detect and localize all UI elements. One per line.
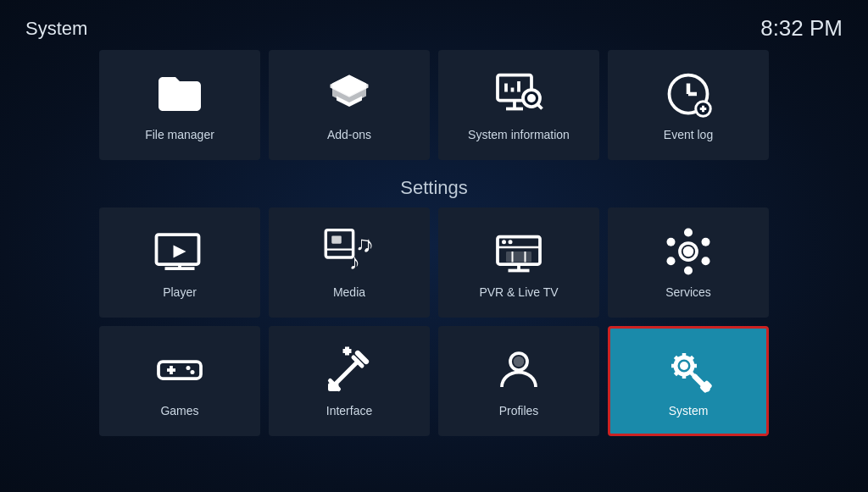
svg-line-8 — [538, 105, 542, 109]
tile-services[interactable]: Services — [608, 207, 769, 318]
svg-point-41 — [667, 257, 676, 265]
mid-tiles-row: Player ♫ ♪ ♪ Media — [25, 207, 843, 318]
profiles-icon — [493, 345, 544, 395]
tile-add-ons[interactable]: Add-ons — [269, 50, 430, 160]
interface-icon — [324, 345, 375, 395]
svg-rect-21 — [331, 236, 342, 244]
svg-rect-32 — [506, 252, 531, 263]
tile-file-manager-label: File manager — [145, 128, 214, 141]
tile-system-information[interactable]: System information — [438, 50, 599, 160]
media-icon: ♫ ♪ ♪ — [324, 226, 375, 277]
svg-point-39 — [667, 238, 676, 246]
svg-point-7 — [527, 94, 536, 102]
addons-icon — [324, 69, 375, 119]
svg-line-64 — [675, 372, 678, 375]
tile-media[interactable]: ♫ ♪ ♪ Media — [269, 207, 430, 318]
page-title: System — [25, 18, 87, 40]
svg-point-37 — [684, 267, 693, 275]
svg-line-63 — [690, 357, 693, 360]
svg-text:♪: ♪ — [349, 250, 360, 274]
tile-event-log-label: Event log — [664, 128, 713, 141]
tile-add-ons-label: Add-ons — [327, 128, 371, 141]
svg-marker-17 — [174, 246, 186, 258]
tile-interface-label: Interface — [326, 404, 372, 417]
svg-point-45 — [186, 366, 191, 370]
tile-file-manager[interactable]: File manager — [99, 50, 260, 160]
svg-point-38 — [702, 238, 710, 246]
svg-point-42 — [683, 246, 694, 257]
svg-point-55 — [514, 357, 525, 368]
svg-point-28 — [502, 240, 506, 244]
games-icon — [154, 345, 205, 395]
tile-pvr-label: PVR & Live TV — [479, 285, 558, 299]
tile-system-label: System — [669, 404, 709, 417]
tile-services-label: Services — [665, 285, 711, 299]
svg-line-62 — [690, 372, 693, 375]
settings-section-label: Settings — [25, 177, 843, 199]
svg-point-65 — [680, 362, 688, 370]
tile-games-label: Games — [160, 404, 198, 417]
clock: 8:32 PM — [760, 15, 843, 41]
tile-system[interactable]: System — [608, 326, 769, 436]
services-icon — [663, 226, 714, 277]
tile-player[interactable]: Player — [99, 207, 260, 318]
svg-point-40 — [702, 257, 710, 265]
sysinfo-icon — [493, 69, 544, 119]
player-icon — [154, 226, 205, 277]
tile-profiles-label: Profiles — [499, 404, 539, 417]
tile-system-information-label: System information — [468, 128, 570, 141]
folder-icon — [154, 69, 205, 119]
svg-text:♪: ♪ — [363, 232, 374, 256]
tile-interface[interactable]: Interface — [269, 326, 430, 436]
tile-profiles[interactable]: Profiles — [438, 326, 599, 436]
tile-event-log[interactable]: Event log — [608, 50, 769, 160]
pvr-icon — [493, 226, 544, 277]
tile-games[interactable]: Games — [99, 326, 260, 436]
system-icon — [663, 345, 714, 395]
tile-pvr[interactable]: PVR & Live TV — [438, 207, 599, 318]
tile-player-label: Player — [163, 285, 197, 299]
svg-point-46 — [191, 370, 195, 374]
eventlog-icon — [663, 69, 714, 119]
top-tiles-row: File manager Add-ons System in — [25, 50, 843, 160]
bot-tiles-row: Games Interface Profiles — [25, 326, 843, 436]
svg-point-29 — [509, 240, 513, 244]
tile-media-label: Media — [333, 285, 365, 299]
svg-point-36 — [684, 229, 693, 237]
svg-line-61 — [675, 357, 678, 360]
svg-rect-51 — [328, 383, 339, 391]
